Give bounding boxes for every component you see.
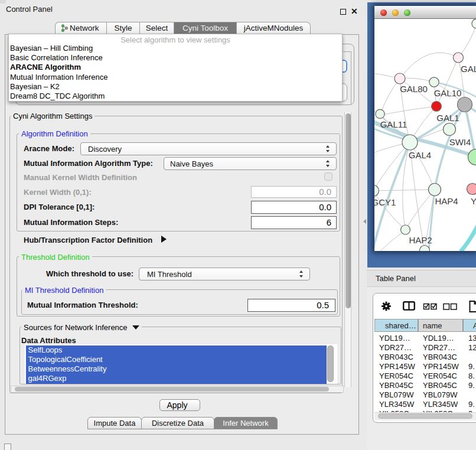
- svg-text:GAL: GAL: [461, 64, 476, 74]
- svg-text:SWI4: SWI4: [449, 137, 471, 147]
- svg-text:GAL4: GAL4: [409, 150, 431, 160]
- svg-text:GAL1: GAL1: [436, 113, 459, 123]
- svg-text:GAL11: GAL11: [380, 119, 407, 129]
- svg-text:Y: Y: [471, 196, 476, 206]
- svg-text:HAP2: HAP2: [409, 235, 432, 245]
- svg-text:HAP4: HAP4: [435, 196, 458, 206]
- svg-text:GAL80: GAL80: [400, 84, 428, 94]
- svg-text:GCY1: GCY1: [374, 197, 396, 207]
- svg-text:GAL10: GAL10: [434, 88, 462, 98]
